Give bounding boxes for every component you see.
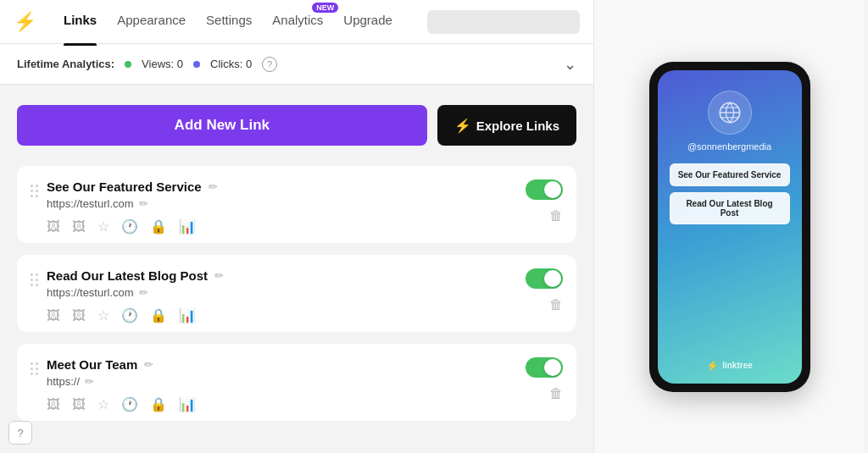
edit-url-icon[interactable]: ✏ (139, 197, 148, 210)
card-actions: 🗑 (526, 180, 563, 224)
clicks-count: Clicks: 0 (210, 58, 252, 70)
link-url: https://testurl.com (47, 197, 134, 210)
views-count: Views: 0 (142, 58, 183, 70)
edit-title-icon[interactable]: ✏ (214, 269, 224, 282)
navigation: ⚡ Links Appearance Settings Analytics NE… (0, 0, 593, 44)
linktree-logo-icon: ⚡ (706, 360, 719, 372)
schedule-icon[interactable]: 🕐 (121, 218, 138, 235)
card-body: See Our Featured Service ✏ https://testu… (47, 180, 517, 235)
edit-title-icon[interactable]: ✏ (144, 358, 153, 371)
edit-title-icon[interactable]: ✏ (209, 180, 218, 193)
edit-url-icon[interactable]: ✏ (85, 375, 94, 388)
card-actions: 🗑 (526, 268, 563, 312)
card-body: Read Our Latest Blog Post ✏ https://test… (47, 268, 517, 323)
card-actions: 🗑 (526, 357, 563, 401)
nav-links[interactable]: Links (64, 9, 97, 30)
content-area: Add New Link ⚡ Explore Links See Our Fea… (0, 85, 593, 453)
phone-footer: ⚡ linktree (706, 360, 753, 372)
schedule-icon[interactable]: 🕐 (121, 396, 138, 412)
action-row: Add New Link ⚡ Explore Links (17, 105, 576, 146)
image-icon[interactable]: 🖼 (72, 219, 86, 235)
bolt-icon: ⚡ (454, 118, 471, 134)
profile-avatar (708, 91, 752, 135)
preview-link-2: Read Our Latest Blog Post (670, 192, 790, 224)
drag-handle[interactable] (31, 185, 38, 197)
delete-icon[interactable]: 🗑 (549, 297, 563, 312)
image-icon[interactable]: 🖼 (72, 397, 86, 412)
preview-link-1: See Our Featured Service (670, 163, 790, 186)
avatar-globe-icon (718, 101, 742, 124)
link-title: Meet Our Team (47, 357, 137, 372)
link-toggle[interactable] (526, 180, 563, 200)
link-title: See Our Featured Service (47, 180, 202, 194)
nav-settings[interactable]: Settings (206, 9, 252, 30)
analytics-icon[interactable]: 📊 (179, 218, 196, 235)
analytics-badge: NEW (312, 3, 338, 13)
nav-upgrade[interactable]: Upgrade (343, 9, 392, 30)
clicks-dot (193, 61, 200, 68)
views-dot (125, 61, 131, 68)
link-url: https:// (47, 375, 80, 388)
star-icon[interactable]: ☆ (97, 396, 109, 412)
toggle-knob (544, 359, 561, 376)
drag-handle[interactable] (31, 362, 38, 375)
lock-icon[interactable]: 🔒 (150, 218, 167, 235)
toggle-knob (544, 270, 561, 287)
preview-panel: @sonnenbergmedia See Our Featured Servic… (593, 0, 865, 453)
nav-appearance[interactable]: Appearance (117, 9, 186, 30)
link-toggle[interactable] (526, 268, 563, 289)
delete-icon[interactable]: 🗑 (549, 386, 563, 401)
add-new-link-button[interactable]: Add New Link (17, 105, 427, 146)
help-button[interactable]: ? (8, 421, 32, 445)
star-icon[interactable]: ☆ (97, 307, 109, 323)
link-card: Read Our Latest Blog Post ✏ https://test… (17, 255, 576, 332)
explore-links-button[interactable]: ⚡ Explore Links (437, 105, 576, 146)
search-bar (427, 10, 580, 34)
chevron-down-icon[interactable]: ⌄ (564, 55, 576, 74)
link-toggle[interactable] (526, 357, 563, 378)
analytics-label: Lifetime Analytics: (17, 58, 114, 70)
search-area (427, 10, 580, 34)
thumbnail-icon[interactable]: 🖼 (47, 219, 60, 235)
phone-screen: @sonnenbergmedia See Our Featured Servic… (658, 70, 802, 384)
link-card: Meet Our Team ✏ https:// ✏ 🖼 🖼 ☆ 🕐 🔒 📊 (17, 344, 576, 421)
logo-icon: ⚡ (14, 11, 36, 33)
schedule-icon[interactable]: 🕐 (121, 307, 138, 323)
analytics-bar: Lifetime Analytics: Views: 0 Clicks: 0 ?… (0, 44, 593, 85)
link-url: https://testurl.com (47, 286, 134, 299)
link-title: Read Our Latest Blog Post (47, 268, 208, 283)
drag-handle[interactable] (31, 273, 38, 286)
delete-icon[interactable]: 🗑 (549, 208, 563, 224)
star-icon[interactable]: ☆ (97, 218, 109, 235)
image-icon[interactable]: 🖼 (72, 308, 86, 323)
phone-frame: @sonnenbergmedia See Our Featured Servic… (649, 62, 810, 392)
help-icon[interactable]: ? (262, 57, 277, 72)
toggle-knob (544, 181, 561, 198)
thumbnail-icon[interactable]: 🖼 (47, 397, 60, 412)
link-card: See Our Featured Service ✏ https://testu… (17, 166, 576, 243)
card-body: Meet Our Team ✏ https:// ✏ 🖼 🖼 ☆ 🕐 🔒 📊 (47, 357, 517, 412)
analytics-icon[interactable]: 📊 (179, 396, 196, 412)
analytics-icon[interactable]: 📊 (179, 307, 196, 323)
profile-username: @sonnenbergmedia (687, 141, 771, 152)
lock-icon[interactable]: 🔒 (150, 396, 167, 412)
lock-icon[interactable]: 🔒 (150, 307, 167, 323)
thumbnail-icon[interactable]: 🖼 (47, 308, 60, 323)
edit-url-icon[interactable]: ✏ (139, 286, 148, 299)
linktree-footer-text: linktree (722, 361, 753, 370)
